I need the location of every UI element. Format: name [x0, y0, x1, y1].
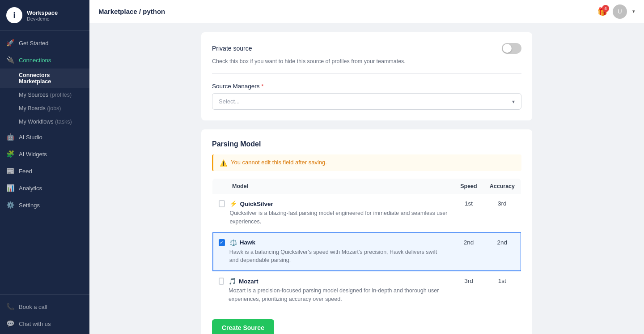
warning-box: ⚠️ You cannot edit this field after savi… — [212, 154, 521, 171]
private-source-row: Private source — [212, 43, 521, 54]
model-name: ⚡ QuickSilver — [229, 200, 448, 207]
sidebar-label-feed: Feed — [19, 168, 32, 175]
sidebar-item-ai-studio[interactable]: 🤖 AI Studio — [0, 128, 89, 146]
model-name: ⚖️ Hawk — [229, 239, 448, 246]
sidebar-item-chat-with-us[interactable]: 💬 Chat with us — [0, 315, 89, 332]
connectors-marketplace-label: Connectors Marketplace — [19, 72, 51, 85]
accuracy-cell: 2nd — [483, 232, 521, 271]
model-name: 🎵 Mozart — [229, 278, 448, 285]
rocket-icon: 🚀 — [6, 39, 14, 47]
phone-icon: 📞 — [6, 303, 14, 311]
sidebar-item-connectors-marketplace[interactable]: Connectors Marketplace — [0, 69, 89, 88]
speed-cell: 1st — [454, 194, 483, 232]
sidebar-label-ai-widgets: AI Widgets — [19, 151, 47, 158]
sidebar-nav: 🚀 Get Started 🔌 Connections Connectors M… — [0, 31, 89, 294]
main-area: Marketplace / python 🎁 4 U ▾ Private sou… — [89, 0, 644, 334]
sidebar-bottom: 📞 Book a call 💬 Chat with us — [0, 294, 89, 334]
model-description: Mozart is a precision-focused parsing mo… — [229, 287, 448, 304]
sidebar-item-analytics[interactable]: 📊 Analytics — [0, 180, 89, 197]
settings-icon: ⚙️ — [6, 201, 14, 209]
sidebar-item-my-workflows[interactable]: My Workflows (tasks) — [0, 115, 89, 128]
required-star: * — [261, 83, 263, 90]
parsing-model-title: Parsing Model — [212, 140, 521, 148]
content-inner: Private source Check this box if you wan… — [192, 23, 541, 334]
model-cell: 🎵 Mozart Mozart is a precision-focused p… — [212, 271, 454, 310]
sidebar-item-ai-widgets[interactable]: 🧩 AI Widgets — [0, 146, 89, 163]
my-boards-label: My Boards — [19, 105, 46, 111]
private-source-toggle[interactable] — [502, 43, 521, 54]
speed-cell: 3rd — [454, 271, 483, 310]
toggle-knob — [503, 44, 512, 53]
table-row[interactable]: 🎵 Mozart Mozart is a precision-focused p… — [212, 271, 521, 310]
model-table: Model Speed Accuracy ⚡ QuickSilver — [212, 178, 521, 310]
accuracy-col-header: Accuracy — [483, 179, 521, 194]
avatar-button[interactable]: U — [613, 4, 627, 19]
workspace-name: Workspace — [27, 9, 58, 16]
private-source-label: Private source — [212, 45, 252, 52]
model-checkbox[interactable] — [219, 200, 225, 207]
topbar: Marketplace / python 🎁 4 U ▾ — [89, 0, 644, 23]
sidebar-item-my-boards[interactable]: My Boards (jobs) — [0, 102, 89, 115]
sidebar-item-my-sources[interactable]: My Sources (profiles) — [0, 88, 89, 102]
ai-studio-icon: 🤖 — [6, 133, 14, 141]
breadcrumb: Marketplace / python — [98, 8, 165, 15]
sidebar-label-ai-studio: AI Studio — [19, 134, 42, 141]
source-managers-label: Source Managers * — [212, 83, 521, 90]
sidebar-label-get-started: Get Started — [19, 40, 48, 47]
ai-widgets-icon: 🧩 — [6, 150, 14, 158]
book-a-call-label: Book a call — [19, 304, 47, 310]
sidebar-label-analytics: Analytics — [19, 185, 42, 192]
table-header: Model Speed Accuracy — [212, 179, 521, 194]
my-sources-label: My Sources — [19, 92, 48, 98]
speed-cell: 2nd — [454, 232, 483, 271]
create-source-button[interactable]: Create Source — [212, 319, 274, 334]
sidebar-item-settings[interactable]: ⚙️ Settings — [0, 197, 89, 214]
logo-icon: i — [6, 7, 22, 23]
accuracy-cell: 1st — [483, 271, 521, 310]
model-description: Hawk is a balancing Quicksilver's speed … — [229, 248, 448, 265]
chevron-down-icon: ▾ — [512, 98, 515, 105]
speed-col-header: Speed — [454, 179, 483, 194]
model-description: Quicksilver is a blazing-fast parsing mo… — [229, 209, 448, 226]
sidebar-item-feed[interactable]: 📰 Feed — [0, 163, 89, 180]
sidebar-label-connections: Connections — [19, 57, 51, 64]
model-icon: ⚖️ — [229, 239, 237, 246]
feed-icon: 📰 — [6, 167, 14, 175]
notification-button[interactable]: 🎁 4 — [597, 7, 607, 17]
model-icon: 🎵 — [229, 278, 236, 285]
model-cell: ⚡ QuickSilver Quicksilver is a blazing-f… — [212, 194, 454, 232]
model-col-header: Model — [212, 179, 454, 194]
workspace-sub: Dev-demo — [27, 16, 58, 21]
sidebar-sub-connections: Connectors Marketplace My Sources (profi… — [0, 69, 89, 128]
table-row[interactable]: ⚡ QuickSilver Quicksilver is a blazing-f… — [212, 194, 521, 232]
my-workflows-label: My Workflows — [19, 119, 54, 125]
model-checkbox[interactable] — [219, 278, 224, 285]
table-row[interactable]: ✓ ⚖️ Hawk Hawk is a balancing Quicksilve… — [212, 232, 521, 271]
source-managers-select[interactable]: Select... ▾ — [212, 93, 521, 110]
parsing-model-card: Parsing Model ⚠️ You cannot edit this fi… — [201, 129, 532, 334]
sidebar: i Workspace Dev-demo 🚀 Get Started 🔌 Con… — [0, 0, 89, 334]
model-checkbox[interactable]: ✓ — [219, 239, 225, 246]
avatar-chevron-icon: ▾ — [632, 9, 635, 14]
workspace-logo[interactable]: i Workspace Dev-demo — [0, 0, 89, 31]
chat-icon: 💬 — [6, 320, 14, 328]
model-icon: ⚡ — [229, 200, 237, 207]
my-boards-secondary: (jobs) — [47, 105, 61, 111]
model-cell: ✓ ⚖️ Hawk Hawk is a balancing Quicksilve… — [212, 232, 454, 271]
select-placeholder: Select... — [219, 98, 240, 105]
sidebar-item-connections[interactable]: 🔌 Connections — [0, 51, 89, 69]
warning-icon: ⚠️ — [220, 159, 227, 167]
warning-text: You cannot edit this field after saving. — [231, 159, 327, 166]
divider — [212, 73, 521, 74]
private-source-description: Check this box if you want to hide this … — [212, 58, 521, 64]
my-sources-secondary: (profiles) — [50, 92, 72, 98]
sidebar-item-book-a-call[interactable]: 📞 Book a call — [0, 298, 89, 315]
sidebar-label-settings: Settings — [19, 202, 40, 209]
settings-card: Private source Check this box if you wan… — [201, 32, 532, 120]
notification-badge: 4 — [602, 5, 609, 12]
avatar-initial: U — [618, 8, 622, 15]
model-rows: ⚡ QuickSilver Quicksilver is a blazing-f… — [212, 194, 521, 310]
sidebar-item-get-started[interactable]: 🚀 Get Started — [0, 34, 89, 51]
accuracy-cell: 3rd — [483, 194, 521, 232]
my-workflows-secondary: (tasks) — [55, 119, 72, 125]
